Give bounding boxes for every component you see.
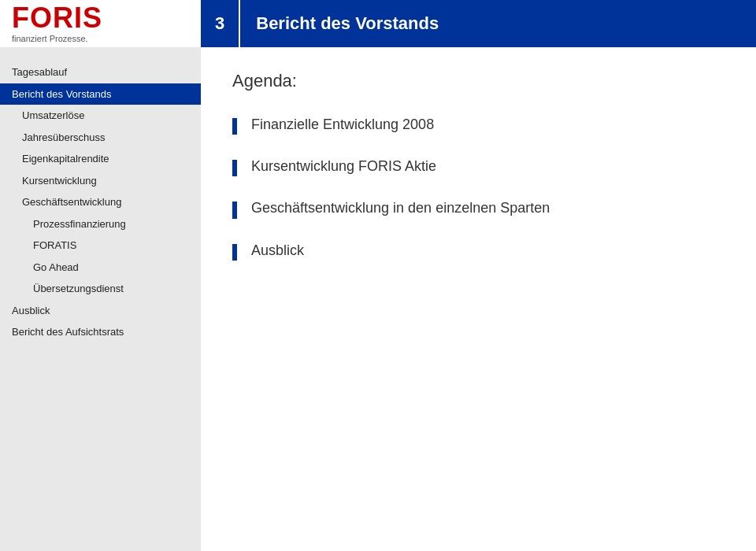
agenda-item-text: Kursentwicklung FORIS Aktie xyxy=(251,157,436,176)
agenda-bullet xyxy=(232,244,237,261)
agenda-item-text: Ausblick xyxy=(251,241,304,261)
sidebar-item[interactable]: Kursentwicklung xyxy=(0,170,201,192)
logo-text: FORIS xyxy=(12,4,102,32)
agenda-item: Geschäftsentwicklung in den einzelnen Sp… xyxy=(232,198,724,218)
sidebar-item[interactable]: Ausblick xyxy=(0,300,201,322)
slide-number: 3 xyxy=(201,0,240,47)
sidebar-item[interactable]: Prozessfinanzierung xyxy=(0,213,201,235)
agenda-item: Kursentwicklung FORIS Aktie xyxy=(232,157,724,176)
sidebar-item[interactable]: Tagesablauf xyxy=(0,61,201,83)
sidebar-item[interactable]: Übersetzungsdienst xyxy=(0,278,201,300)
content-area: Agenda: Finanzielle Entwicklung 2008Kurs… xyxy=(201,47,756,551)
logo-tagline: finanziert Prozesse. xyxy=(12,34,102,43)
sidebar-item[interactable]: Bericht des Aufsichtsrats xyxy=(0,321,201,343)
sidebar-item[interactable]: Go Ahead xyxy=(0,257,201,279)
main-content: TagesablaufBericht des VorstandsUmsatzer… xyxy=(0,47,756,551)
sidebar: TagesablaufBericht des VorstandsUmsatzer… xyxy=(0,47,201,551)
header-title: Bericht des Vorstands xyxy=(240,13,454,34)
agenda-item: Ausblick xyxy=(232,241,724,261)
sidebar-item[interactable]: Umsatzerlöse xyxy=(0,105,201,127)
logo-container: FORIS finanziert Prozesse. xyxy=(12,4,102,43)
agenda-list: Finanzielle Entwicklung 2008Kursentwickl… xyxy=(232,115,724,261)
logo-area: FORIS finanziert Prozesse. xyxy=(0,0,201,47)
agenda-item-text: Finanzielle Entwicklung 2008 xyxy=(251,115,434,135)
sidebar-item[interactable]: Eigenkapitalrendite xyxy=(0,148,201,170)
sidebar-item[interactable]: Bericht des Vorstands xyxy=(0,83,201,105)
agenda-bullet xyxy=(232,118,237,135)
sidebar-item[interactable]: FORATIS xyxy=(0,235,201,257)
agenda-title: Agenda: xyxy=(232,71,724,91)
agenda-item-text: Geschäftsentwicklung in den einzelnen Sp… xyxy=(251,198,550,218)
agenda-bullet xyxy=(232,202,237,218)
header-title-area: 3 Bericht des Vorstands xyxy=(201,0,756,47)
agenda-bullet xyxy=(232,160,237,176)
sidebar-item[interactable]: Jahresüberschuss xyxy=(0,127,201,149)
header: FORIS finanziert Prozesse. 3 Bericht des… xyxy=(0,0,756,47)
agenda-item: Finanzielle Entwicklung 2008 xyxy=(232,115,724,135)
sidebar-item[interactable]: Geschäftsentwicklung xyxy=(0,191,201,213)
